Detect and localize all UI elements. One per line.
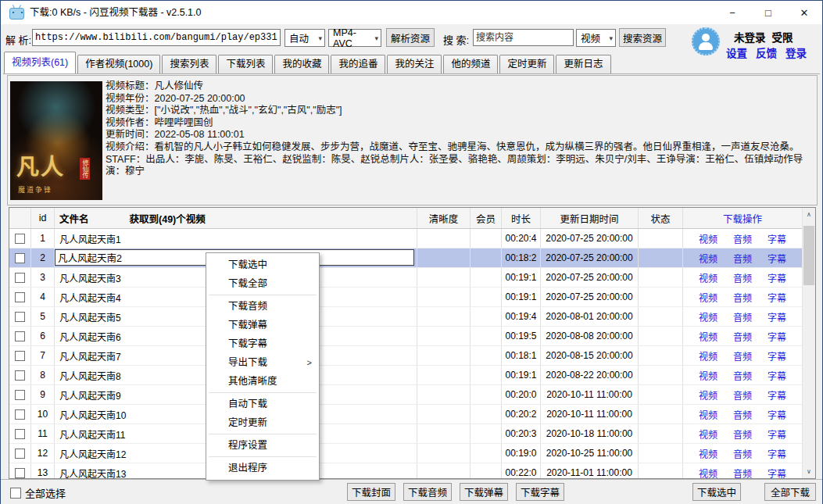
- download-all-button[interactable]: 全部下载: [764, 483, 816, 501]
- avatar[interactable]: [692, 27, 720, 55]
- subtitle-link[interactable]: 字幕: [768, 447, 786, 460]
- audio-link[interactable]: 音频: [733, 447, 752, 460]
- scrollbar-thumb[interactable]: [803, 226, 814, 285]
- subtitle-link[interactable]: 字幕: [768, 330, 786, 343]
- checkbox-icon[interactable]: [15, 429, 25, 439]
- subtitle-link[interactable]: 字幕: [768, 291, 786, 304]
- parse-resource-button[interactable]: 解析资源: [386, 28, 435, 47]
- context-menu-item[interactable]: 下载弹幕: [206, 316, 319, 334]
- table-row[interactable]: 9凡人风起天南900:20:02020-10-11 11:00:00视频音频字幕: [9, 385, 802, 405]
- checkbox-icon[interactable]: [15, 409, 25, 420]
- subtitle-link[interactable]: 字幕: [768, 349, 786, 363]
- subtitle-link[interactable]: 字幕: [768, 369, 786, 382]
- video-link[interactable]: 视频: [699, 408, 717, 421]
- video-link[interactable]: 视频: [699, 252, 717, 265]
- scroll-up-icon[interactable]: ∧: [803, 208, 815, 221]
- row-checkbox[interactable]: [9, 444, 31, 463]
- video-link[interactable]: 视频: [699, 310, 717, 323]
- search-resource-button[interactable]: 搜索资源: [619, 28, 666, 47]
- row-checkbox[interactable]: [9, 346, 31, 365]
- subtitle-link[interactable]: 字幕: [768, 232, 786, 245]
- table-row[interactable]: 12凡人风起天南1200:19:02020-10-25 11:00:00视频音频…: [9, 444, 802, 463]
- subtitle-link[interactable]: 字幕: [768, 408, 786, 421]
- table-row[interactable]: 3凡人风起天南300:19:12020-07-25 20:00:00视频音频字幕: [9, 268, 802, 288]
- tab-my-bangumi[interactable]: 我的追番: [331, 55, 385, 73]
- table-row[interactable]: 11凡人风起天南1100:20:32020-10-18 11:00:00视频音频…: [9, 424, 802, 444]
- video-link[interactable]: 视频: [699, 330, 717, 343]
- scroll-down-icon[interactable]: ∨: [803, 465, 815, 478]
- tab-author-videos[interactable]: 作者视频(1000): [77, 55, 160, 73]
- checkbox-icon[interactable]: [15, 292, 25, 302]
- row-checkbox[interactable]: [9, 385, 31, 404]
- subtitle-link[interactable]: 字幕: [768, 466, 786, 480]
- tab-video-list[interactable]: 视频列表(61): [4, 52, 76, 73]
- video-link[interactable]: 视频: [699, 369, 717, 382]
- row-checkbox[interactable]: [9, 405, 31, 424]
- checkbox-icon[interactable]: [15, 468, 25, 478]
- search-input[interactable]: [473, 29, 574, 46]
- table-row[interactable]: 13凡人风起天南1300:22:02020-11-01 11:00:00视频音频…: [9, 463, 802, 479]
- audio-link[interactable]: 音频: [733, 349, 752, 363]
- audio-link[interactable]: 音频: [733, 427, 752, 441]
- tab-changelog[interactable]: 更新日志: [556, 55, 610, 73]
- video-link[interactable]: 视频: [699, 232, 717, 245]
- checkbox-icon[interactable]: [15, 370, 25, 381]
- row-checkbox[interactable]: [9, 424, 31, 443]
- row-checkbox[interactable]: [9, 268, 31, 287]
- video-link[interactable]: 视频: [699, 466, 717, 480]
- video-link[interactable]: 视频: [699, 447, 717, 460]
- format-select[interactable]: MP4-AVC▾: [328, 29, 381, 47]
- context-menu-item[interactable]: 自动下载: [206, 395, 319, 413]
- audio-link[interactable]: 音频: [733, 388, 752, 402]
- close-button[interactable]: ✕: [786, 1, 822, 24]
- row-checkbox[interactable]: [9, 307, 31, 326]
- checkbox-icon[interactable]: [10, 488, 21, 499]
- tab-favorites[interactable]: 我的收藏: [274, 55, 329, 73]
- subtitle-link[interactable]: 字幕: [768, 310, 786, 323]
- checkbox-icon[interactable]: [15, 449, 25, 459]
- audio-link[interactable]: 音频: [733, 330, 752, 343]
- tab-download-list[interactable]: 下载列表: [218, 55, 273, 73]
- subtitle-link[interactable]: 字幕: [768, 252, 786, 265]
- tab-his-channel[interactable]: 他的频道: [443, 55, 498, 73]
- row-checkbox[interactable]: [9, 366, 31, 384]
- context-menu-item[interactable]: 下载音频: [206, 297, 319, 316]
- vertical-scrollbar[interactable]: ∧ ∨: [802, 208, 815, 478]
- audio-link[interactable]: 音频: [733, 291, 752, 304]
- maximize-button[interactable]: □: [750, 1, 786, 24]
- minimize-button[interactable]: −: [714, 1, 750, 24]
- table-row[interactable]: 200:18:22020-07-25 20:00:00视频音频字幕: [9, 248, 802, 268]
- context-menu-item[interactable]: 下载字幕: [206, 334, 319, 353]
- table-row[interactable]: 8凡人风起天南800:19:12020-08-22 20:00:00视频音频字幕: [9, 366, 802, 385]
- download-subtitle-button[interactable]: 下载字幕: [516, 483, 564, 501]
- tab-search-list[interactable]: 搜索列表: [162, 55, 216, 73]
- tab-my-follows[interactable]: 我的关注: [387, 55, 442, 73]
- checkbox-icon[interactable]: [15, 351, 25, 361]
- context-menu-item[interactable]: 程序设置: [206, 436, 319, 455]
- subtitle-link[interactable]: 字幕: [768, 427, 786, 441]
- subtitle-link[interactable]: 字幕: [768, 388, 786, 402]
- video-link[interactable]: 视频: [699, 427, 717, 441]
- audio-link[interactable]: 音频: [733, 369, 752, 382]
- tab-scheduled-update[interactable]: 定时更新: [499, 55, 554, 73]
- audio-link[interactable]: 音频: [733, 408, 752, 421]
- row-checkbox[interactable]: [9, 229, 31, 248]
- context-menu-item[interactable]: 定时更新: [206, 413, 319, 432]
- download-danmaku-button[interactable]: 下载弹幕: [460, 483, 508, 501]
- row-checkbox[interactable]: [9, 463, 31, 479]
- download-cover-button[interactable]: 下载封面: [347, 483, 395, 501]
- row-filename[interactable]: 凡人风起天南1: [55, 229, 417, 248]
- audio-link[interactable]: 音频: [733, 271, 752, 284]
- video-link[interactable]: 视频: [699, 271, 717, 284]
- row-checkbox[interactable]: [9, 248, 31, 267]
- audio-link[interactable]: 音频: [733, 232, 752, 245]
- checkbox-icon[interactable]: [15, 273, 25, 283]
- row-checkbox[interactable]: [9, 288, 31, 306]
- audio-link[interactable]: 音频: [733, 466, 752, 480]
- context-menu-item[interactable]: 导出下载>: [206, 353, 319, 372]
- table-row[interactable]: 6凡人风起天南600:19:52020-08-08 20:00:00视频音频字幕: [9, 327, 802, 346]
- url-input[interactable]: [32, 29, 281, 46]
- table-row[interactable]: 4凡人风起天南400:19:12020-07-25 20:00:00视频音频字幕: [9, 288, 802, 307]
- video-link[interactable]: 视频: [699, 291, 717, 304]
- context-menu-item[interactable]: 退出程序: [206, 459, 319, 477]
